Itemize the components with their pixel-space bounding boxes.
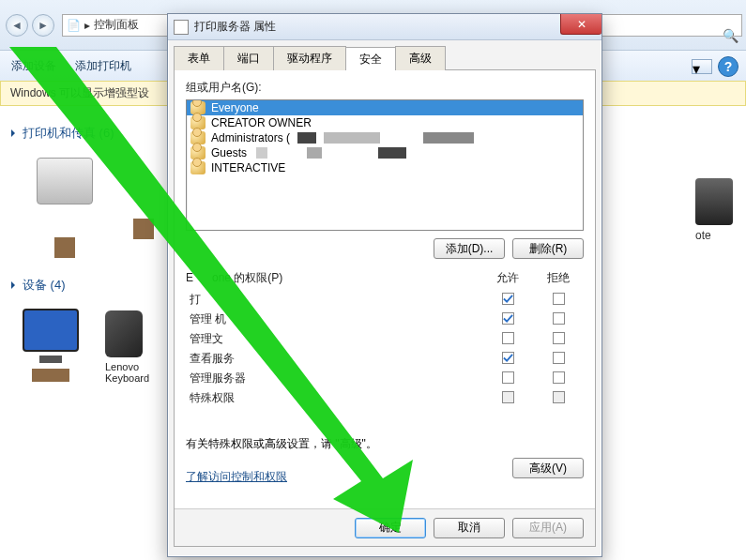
- apply-button[interactable]: 应用(A): [512, 518, 584, 538]
- tab-ports[interactable]: 端口: [223, 46, 274, 70]
- allow-checkbox[interactable]: [502, 293, 514, 305]
- breadcrumb-text: 控制面板: [94, 17, 139, 33]
- deny-checkbox: [553, 391, 565, 403]
- allow-checkbox[interactable]: [502, 312, 514, 325]
- deny-checkbox[interactable]: [553, 352, 565, 364]
- permission-row: 管理 机: [186, 310, 584, 329]
- permission-row: 管理服务器: [186, 369, 584, 388]
- view-button[interactable]: ▾: [692, 59, 712, 74]
- note-label: ote: [695, 229, 711, 242]
- deny-checkbox[interactable]: [553, 312, 565, 325]
- printer-item[interactable]: [133, 153, 154, 262]
- tab-security[interactable]: 安全: [345, 47, 396, 71]
- permission-name: 查看服务: [186, 351, 482, 367]
- remove-user-button[interactable]: 删除(R): [512, 238, 584, 259]
- permission-name: 特殊权限: [186, 390, 482, 406]
- permission-row: 特殊权限: [186, 388, 584, 408]
- user-item-creator[interactable]: CREATOR OWNER: [187, 115, 583, 130]
- permissions-list: 打管理 机管理文查看服务管理服务器特殊权限: [186, 290, 584, 408]
- dialog-titlebar[interactable]: 打印服务器 属性 ✕: [168, 14, 601, 40]
- tabs: 表单 端口 驱动程序 安全 高级: [168, 40, 601, 70]
- permissions-header: Eone 的权限(P) 允许 拒绝: [186, 270, 584, 286]
- device-label: Keyboard: [105, 372, 149, 384]
- permission-name: 打: [186, 292, 482, 308]
- deny-checkbox[interactable]: [553, 293, 565, 305]
- cancel-button[interactable]: 取消: [434, 518, 505, 538]
- tab-advanced[interactable]: 高级: [395, 46, 446, 70]
- permission-name: 管理服务器: [186, 371, 482, 386]
- device-item[interactable]: Lenovo Keyboard: [105, 305, 149, 386]
- device-item[interactable]: [23, 305, 79, 386]
- permission-name: 管理文: [186, 331, 482, 347]
- explorer-content: 打印机和传真 (6) 设备 (4): [0, 106, 169, 401]
- allow-checkbox[interactable]: [502, 332, 514, 344]
- printer-icon: [174, 20, 189, 35]
- toolbar-right: ▾ ?: [692, 56, 738, 77]
- advanced-note: 有关特殊权限或高级设置，请 "高级"。: [186, 436, 584, 452]
- tab-drivers[interactable]: 驱动程序: [273, 46, 346, 70]
- tab-forms[interactable]: 表单: [174, 46, 224, 70]
- user-item-interactive[interactable]: INTERACTIVE: [187, 160, 583, 175]
- permission-name: 管理 机: [186, 311, 482, 327]
- help-icon[interactable]: ?: [718, 56, 738, 77]
- add-user-button[interactable]: 添加(D)...: [434, 238, 505, 259]
- ok-button[interactable]: 确定: [355, 518, 426, 538]
- permission-row: 管理文: [186, 329, 584, 349]
- device-label: Lenovo: [105, 361, 149, 372]
- advanced-button[interactable]: 高级(V): [512, 458, 584, 478]
- breadcrumb-icon: 📄: [67, 19, 81, 32]
- add-printer-link[interactable]: 添加打印机: [75, 58, 131, 74]
- nav-fwd-button[interactable]: ►: [32, 14, 54, 37]
- add-device-link[interactable]: 添加设备: [11, 58, 56, 74]
- printer-item[interactable]: [23, 153, 107, 262]
- group-devices-header[interactable]: 设备 (4): [11, 277, 158, 294]
- print-server-properties-dialog: 打印服务器 属性 ✕ 表单 端口 驱动程序 安全 高级 组或用户名(G): Ev…: [167, 13, 602, 557]
- learn-access-link[interactable]: 了解访问控制和权限: [186, 469, 287, 485]
- group-users-label: 组或用户名(G):: [186, 80, 584, 96]
- group-printers-header[interactable]: 打印机和传真 (6): [11, 125, 158, 142]
- deny-checkbox[interactable]: [553, 371, 565, 384]
- close-button[interactable]: ✕: [560, 14, 601, 35]
- users-listbox[interactable]: Everyone CREATOR OWNER Administrators ( …: [186, 99, 584, 231]
- user-item-guests[interactable]: Guests: [187, 145, 583, 160]
- allow-checkbox[interactable]: [502, 371, 514, 384]
- group-icon: [190, 161, 206, 174]
- deny-checkbox[interactable]: [553, 332, 565, 344]
- allow-col: 允许: [482, 270, 533, 286]
- allow-checkbox[interactable]: [502, 352, 514, 364]
- permission-row: 打: [186, 290, 584, 310]
- deny-col: 拒绝: [533, 270, 584, 286]
- tab-body: 组或用户名(G): Everyone CREATOR OWNER Adminis…: [174, 70, 596, 547]
- dialog-button-row: 确定 取消 应用(A): [175, 508, 595, 546]
- nav-back-button[interactable]: ◄: [6, 14, 28, 37]
- allow-checkbox: [502, 391, 514, 403]
- breadcrumb-sep: ▸: [84, 19, 90, 32]
- permission-row: 查看服务: [186, 349, 584, 369]
- dialog-title: 打印服务器 属性: [194, 19, 276, 35]
- user-item-everyone[interactable]: Everyone: [187, 100, 583, 115]
- search-icon[interactable]: 🔍: [723, 28, 738, 43]
- user-item-admins[interactable]: Administrators (: [187, 130, 583, 145]
